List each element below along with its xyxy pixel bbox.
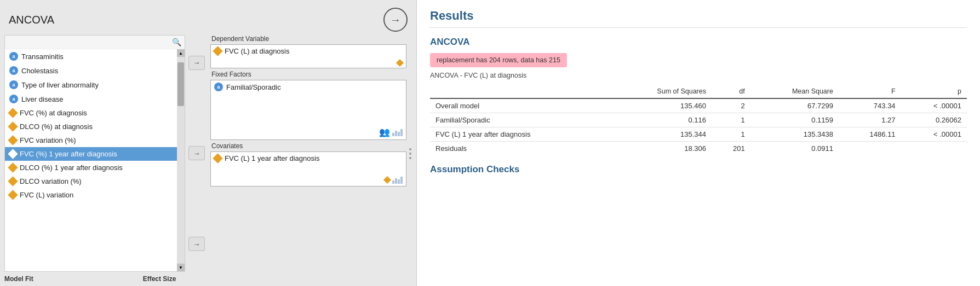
- run-button[interactable]: →: [383, 8, 408, 32]
- row-label: Residuals: [430, 142, 610, 156]
- covariates-value: FVC (L) 1 year after diagnosis: [225, 154, 319, 162]
- list-item[interactable]: FVC (L) variation: [5, 188, 177, 202]
- bar-chart-icon: [392, 129, 403, 136]
- scale-icon: [213, 153, 222, 163]
- panel-title-bar: ANCOVA →: [0, 0, 416, 35]
- row-df: 201: [712, 142, 750, 156]
- variable-list: a Transaminitis a Cholestasis a Type of …: [5, 49, 185, 202]
- list-item-selected[interactable]: FVC (%) 1 year after diagnosis: [5, 147, 177, 161]
- row-sum-sq: 0.116: [610, 113, 712, 127]
- list-item[interactable]: a Cholestasis: [5, 63, 177, 78]
- fixed-factors-label: Fixed Factors: [210, 71, 406, 78]
- row-sum-sq: 135.344: [610, 127, 712, 142]
- col-header-empty: [430, 85, 610, 98]
- dependent-variable-section: Dependent Variable FVC (L) at diagnosis: [210, 35, 406, 68]
- col-header-mean-sq: Mean Square: [750, 85, 839, 98]
- arrow-icon: →: [193, 240, 200, 248]
- list-item[interactable]: a Transaminitis: [5, 49, 177, 63]
- variable-scroll-container: a Transaminitis a Cholestasis a Type of …: [5, 49, 185, 271]
- row-mean-sq: 0.0911: [750, 142, 839, 156]
- v-dot: [409, 153, 411, 155]
- nominal-icon: a: [9, 80, 18, 89]
- slot-action-icons: [397, 60, 403, 66]
- var-label: FVC (L) variation: [20, 191, 73, 199]
- row-label: FVC (L) 1 year after diagnosis: [430, 127, 610, 142]
- search-button[interactable]: 🔍: [172, 38, 181, 46]
- dependent-variable-box[interactable]: FVC (L) at diagnosis: [210, 44, 406, 68]
- arrow-icon: →: [193, 149, 200, 157]
- panel-title-text: ANCOVA: [9, 14, 54, 26]
- nominal-icon: a: [9, 95, 18, 103]
- fixed-factors-value: Familial/Sporadic: [226, 83, 281, 91]
- variable-list-container: 🔍 a Transaminitis a Cholestasis a Type: [4, 35, 185, 272]
- list-item[interactable]: DLCO variation (%): [5, 174, 177, 188]
- scroll-handle[interactable]: [177, 62, 184, 106]
- list-item[interactable]: DLCO (%) 1 year after diagnosis: [5, 161, 177, 174]
- var-label: DLCO (%) 1 year after diagnosis: [20, 164, 123, 172]
- warning-box: replacement has 204 rows, data has 215: [430, 53, 567, 67]
- main-content: 🔍 a Transaminitis a Cholestasis a Type: [0, 35, 416, 272]
- row-df: 1: [712, 113, 750, 127]
- bar-chart-icon: [392, 176, 403, 184]
- dependent-variable-item: FVC (L) at diagnosis: [214, 47, 403, 55]
- scale-icon: [8, 121, 18, 131]
- arrow-buttons-column: → → →: [185, 35, 208, 272]
- scale-icon: [8, 162, 18, 172]
- covariates-item: FVC (L) 1 year after diagnosis: [214, 154, 403, 162]
- dependent-variable-label: Dependent Variable: [210, 35, 406, 43]
- var-label: FVC (%) 1 year after diagnosis: [20, 150, 117, 158]
- row-mean-sq: 0.1159: [750, 113, 839, 127]
- v-dot: [409, 148, 411, 150]
- col-header-df: df: [712, 85, 750, 98]
- fixed-factors-action-icons: 👥: [379, 127, 403, 137]
- list-item[interactable]: a Liver disease: [5, 92, 177, 106]
- var-label: Liver disease: [21, 95, 64, 103]
- effect-size-label: Effect Size: [143, 275, 176, 283]
- table-row: Residuals 18.306 201 0.0911: [430, 142, 967, 156]
- right-panel: Results ANCOVA replacement has 204 rows,…: [416, 0, 980, 286]
- scale-icon: [8, 190, 18, 200]
- covariates-box[interactable]: FVC (L) 1 year after diagnosis: [210, 151, 406, 186]
- row-f: 743.34: [839, 98, 901, 113]
- scale-icon: [8, 108, 18, 118]
- bottom-labels: Model Fit Effect Size: [0, 272, 416, 286]
- var-label: DLCO variation (%): [20, 177, 82, 185]
- row-p: 0.26062: [901, 113, 967, 127]
- move-to-dependent-button[interactable]: →: [188, 56, 205, 70]
- fixed-factors-item: a Familial/Sporadic: [214, 83, 403, 91]
- list-item[interactable]: FVC (%) at diagnosis: [5, 106, 177, 120]
- left-panel: ANCOVA → 🔍 a Transaminitis a Cholest: [0, 0, 416, 286]
- move-to-covariates-button[interactable]: →: [188, 237, 205, 251]
- var-label: FVC variation (%): [20, 136, 76, 144]
- row-f: [839, 142, 901, 156]
- scroll-track-area: [177, 57, 185, 264]
- scale-icon: [213, 46, 222, 56]
- table-row: FVC (L) 1 year after diagnosis 135.344 1…: [430, 127, 967, 142]
- row-df: 1: [712, 127, 750, 142]
- var-label: Transaminitis: [21, 52, 64, 61]
- scale-icon: [8, 176, 18, 186]
- scale-icon: [8, 149, 18, 159]
- scroll-down-button[interactable]: ▼: [177, 264, 185, 271]
- fixed-factors-box[interactable]: a Familial/Sporadic 👥: [210, 80, 406, 140]
- nominal-icon: a: [9, 52, 18, 61]
- ancova-sub-title: ANCOVA - FVC (L) at diagnosis: [430, 72, 967, 79]
- nominal-icon: a: [214, 83, 223, 91]
- list-item[interactable]: a Type of liver abnormality: [5, 78, 177, 92]
- row-p: < .00001: [901, 98, 967, 113]
- fixed-factors-section: Fixed Factors a Familial/Sporadic 👥: [210, 71, 406, 140]
- move-to-fixed-button[interactable]: →: [188, 146, 205, 160]
- scroll-track: ▲ ▼: [177, 49, 185, 271]
- list-item[interactable]: DLCO (%) at diagnosis: [5, 120, 177, 133]
- row-p: < .00001: [901, 127, 967, 142]
- variable-slots: Dependent Variable FVC (L) at diagnosis …: [208, 35, 409, 272]
- scale-icon-small: [383, 176, 391, 184]
- var-label: FVC (%) at diagnosis: [20, 109, 87, 117]
- var-label: DLCO (%) at diagnosis: [20, 122, 93, 131]
- assumption-checks-title: Assumption Checks: [430, 164, 967, 175]
- scroll-up-button[interactable]: ▲: [177, 49, 185, 57]
- list-item[interactable]: FVC variation (%): [5, 133, 177, 147]
- people-icon: 👥: [379, 127, 390, 137]
- variable-list-header: 🔍: [5, 36, 185, 49]
- covariates-action-icons: [385, 176, 403, 184]
